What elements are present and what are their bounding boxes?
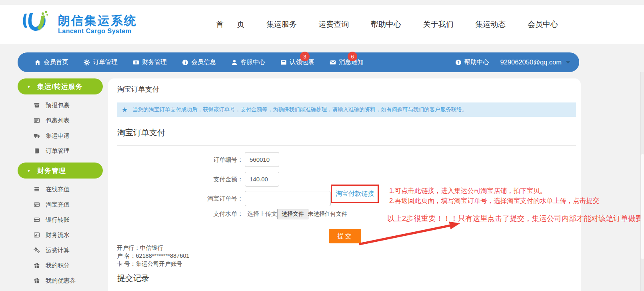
sidebar-item-finance-records[interactable]: 财务流水	[18, 227, 103, 243]
sidebar-items: 在线充值 淘宝充值 银行转账 财务流水 运费计算 我的积分	[18, 179, 103, 291]
account-menu[interactable]: 929062050@qq.com	[500, 58, 570, 66]
member-nav-label: 客服中心	[240, 58, 265, 66]
member-nav-label: 会员首页	[44, 58, 68, 66]
sidebar-item-online-recharge[interactable]: 在线充值	[18, 182, 103, 197]
sidebar-item-label: 银行转账	[46, 216, 70, 224]
card-icon	[34, 201, 40, 208]
member-nav-label: 帮助中心	[464, 58, 489, 66]
money-icon	[133, 59, 139, 66]
sidebar-item-label: 包裹列表	[46, 117, 70, 124]
member-nav-home[interactable]: 会员首页	[34, 58, 68, 66]
member-nav-label: 订单管理	[93, 58, 118, 66]
member-nav-orders[interactable]: 订单管理	[84, 58, 118, 66]
card-icon	[34, 217, 40, 223]
sidebar-item-taobao-recharge[interactable]: 淘宝充值	[18, 197, 103, 212]
taobao-order-input[interactable]	[245, 191, 331, 206]
gift-icon	[34, 277, 40, 284]
top-nav-help-center[interactable]: 帮助中心	[371, 19, 401, 30]
sidebar-item-order-management[interactable]: 订单管理	[18, 143, 103, 159]
sidebar-item-forecast-package[interactable]: 预报包裹	[18, 98, 103, 113]
member-nav-finance[interactable]: 财务管理	[133, 58, 167, 66]
bank-line: 户 名：62188********887601	[117, 252, 189, 260]
question-icon: ?	[455, 59, 462, 66]
sidebar-item-label: 财务流水	[46, 231, 70, 239]
sidebar: ▼ 集运/转运服务 预报包裹 包裹列表 集运申请 订单管理 ▼ 财务管理	[18, 78, 103, 291]
sidebar-item-consolidation-apply[interactable]: 集运申请	[18, 128, 103, 143]
sidebar-item-bank-transfer[interactable]: 银行转账	[18, 212, 103, 227]
order-number-label: 订单编号：	[179, 152, 243, 167]
package-icon	[280, 59, 287, 66]
sidebar-item-label: 订单管理	[46, 147, 70, 155]
brand-subtitle: Lancent Cargo System	[58, 28, 137, 35]
site-header: 朗信集运系统 Lancent Cargo System 首 页 集运服务 运费查…	[0, 5, 644, 44]
chevron-down-icon	[566, 61, 570, 64]
member-nav-label: 财务管理	[142, 58, 167, 66]
user-icon	[231, 59, 238, 66]
sidebar-item-label: 我的积分	[46, 262, 70, 269]
member-nav-member-info[interactable]: 会员信息	[182, 58, 216, 66]
annotation-important: 以上2步很重要！！！只有这里点击了提交，集运公司内部才能对该笔订单做费用审核。	[387, 213, 644, 223]
section-title: 淘宝订单支付	[117, 127, 165, 138]
svg-text:?: ?	[457, 60, 460, 64]
cash-icon	[34, 186, 40, 193]
member-nav-label: 会员信息	[191, 58, 216, 66]
sidebar-item-label: 我的优惠券	[46, 277, 76, 285]
gear-icon	[84, 59, 90, 66]
gears-icon	[34, 247, 40, 253]
notice-bar: ★ 当您的淘宝订单支付成功后，获得该订单号，支付金额等，为确保我们能准确处理，请…	[117, 102, 576, 117]
annotation-step2: 2.再返回此页面，填写淘宝订单号，选择淘宝支付的水单上传，点击提交	[389, 197, 599, 205]
order-number-input[interactable]	[245, 152, 279, 167]
account-email: 929062050@qq.com	[500, 58, 562, 66]
sidebar-item-label: 预报包裹	[46, 102, 70, 109]
sidebar-item-freight-calculator[interactable]: 运费计算	[18, 243, 103, 258]
no-file-text: 未选择任何文件	[308, 207, 347, 220]
member-nav-items: 会员首页 订单管理 财务管理 会员信息 客服中心 认领包裹	[34, 52, 364, 72]
bank-info: 开户行：中信银行 户 名：62188********887601 卡 号：集运公…	[117, 244, 189, 268]
scrollbar[interactable]	[640, 72, 644, 291]
sidebar-item-label: 集运申请	[46, 132, 70, 140]
member-nav-claim-package[interactable]: 认领包裹	[280, 58, 314, 66]
sidebar-section-finance[interactable]: ▼ 财务管理	[18, 163, 103, 179]
scrollbar-thumb[interactable]	[641, 154, 644, 259]
taobao-pay-link[interactable]: 淘宝付款链接	[336, 190, 374, 198]
truck-icon	[34, 132, 40, 139]
receipt-label: 支付水单：	[179, 207, 243, 220]
sidebar-item-package-list[interactable]: 包裹列表	[18, 113, 103, 128]
annotation-step1: 1.可点击此链接，进入集运公司淘宝店铺，拍下宝贝。	[389, 187, 546, 195]
chart-icon	[34, 232, 40, 238]
book-icon	[34, 148, 40, 154]
mail-icon	[330, 59, 336, 66]
logo[interactable]: 朗信集运系统 Lancent Cargo System	[22, 10, 137, 38]
logo-icon	[22, 10, 54, 38]
top-nav-news[interactable]: 集运动态	[475, 19, 506, 30]
amount-input[interactable]	[245, 172, 279, 187]
member-nav-help[interactable]: ? 帮助中心	[455, 58, 489, 66]
star-icon: ★	[122, 106, 128, 114]
chevron-down-icon: ▼	[27, 84, 31, 89]
bank-line: 开户行：中信银行	[117, 244, 189, 252]
info-icon	[182, 59, 188, 66]
choose-file-button[interactable]: 选择文件	[277, 209, 308, 219]
sidebar-section-title: 集运/转运服务	[37, 82, 83, 91]
sidebar-item-label: 运费计算	[46, 247, 70, 254]
sidebar-item-my-coupons[interactable]: 我的优惠券	[18, 273, 103, 288]
sidebar-item-my-points[interactable]: 我的积分	[18, 258, 103, 273]
top-nav-member-center[interactable]: 会员中心	[528, 19, 558, 30]
divider	[117, 145, 576, 146]
sidebar-section-consolidation[interactable]: ▼ 集运/转运服务	[18, 78, 103, 94]
top-nav-about-us[interactable]: 关于我们	[423, 19, 454, 30]
annotation-highlight-box: 淘宝付款链接	[331, 185, 379, 203]
top-nav: 首 页 集运服务 运费查询 帮助中心 关于我们 集运动态 会员中心	[216, 5, 558, 44]
top-nav-services[interactable]: 集运服务	[266, 19, 297, 30]
member-nav-messages[interactable]: 消息通知	[330, 58, 364, 66]
member-nav-customer-service[interactable]: 客服中心	[231, 58, 265, 66]
chevron-down-icon: ▼	[27, 169, 31, 173]
sidebar-section-title: 财务管理	[37, 166, 66, 175]
top-nav-freight-query[interactable]: 运费查询	[319, 19, 349, 30]
messages-badge: 6	[348, 52, 357, 61]
submit-button[interactable]: 提交	[329, 229, 361, 243]
bank-line: 卡 号：集运公司开户账号	[117, 260, 189, 268]
list-icon	[34, 117, 40, 124]
records-title: 提交记录	[117, 273, 149, 284]
top-nav-home[interactable]: 首 页	[216, 19, 244, 30]
